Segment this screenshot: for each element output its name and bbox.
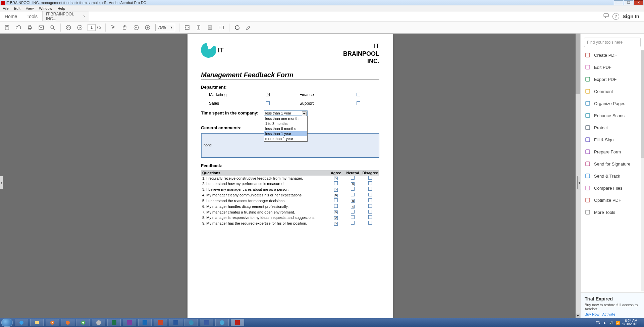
taskbar-excel[interactable]	[107, 319, 121, 326]
tool-item[interactable]: Comment	[581, 85, 644, 97]
scroll-down-icon[interactable]: ▼	[576, 314, 580, 318]
tool-item[interactable]: Export PDF	[581, 73, 644, 85]
taskbar-media[interactable]	[46, 319, 59, 326]
tools-pane-scrollbar[interactable]	[641, 50, 644, 291]
tool-item[interactable]: Create PDF	[581, 49, 644, 61]
zoom-in-icon[interactable]	[144, 24, 151, 31]
tool-item[interactable]: Protect	[581, 122, 644, 134]
maximize-button[interactable]: ❐	[624, 0, 633, 5]
checkbox[interactable]	[368, 221, 372, 225]
time-option[interactable]: less than one month	[264, 116, 307, 121]
checkbox[interactable]	[368, 210, 372, 214]
checkbox[interactable]: ✕	[351, 182, 355, 186]
hand-tool-icon[interactable]	[121, 24, 128, 31]
menu-file[interactable]: File	[0, 6, 11, 10]
taskbar-firefox[interactable]	[61, 319, 74, 326]
tool-item[interactable]: Fill & Sign	[581, 134, 644, 146]
tool-item[interactable]: Compare Files	[581, 182, 644, 194]
checkbox[interactable]	[368, 204, 372, 208]
zoom-level[interactable]: 75% ▼	[155, 24, 175, 31]
time-option[interactable]: 1 to 3 months	[264, 121, 307, 126]
checkbox[interactable]	[368, 176, 372, 180]
tool-item[interactable]: Enhance Scans	[581, 109, 644, 122]
checkbox[interactable]	[351, 176, 355, 180]
taskbar-chrome[interactable]	[76, 319, 90, 326]
document-tab[interactable]: IT BRAINPOOL INC... ×	[42, 11, 89, 21]
checkbox[interactable]	[334, 181, 338, 185]
checkbox[interactable]: ✕	[351, 205, 355, 208]
dept-finance-checkbox[interactable]	[357, 93, 360, 96]
tool-item[interactable]: Prepare Form	[581, 146, 644, 158]
activate-link[interactable]: Activate	[602, 312, 615, 316]
cloud-icon[interactable]	[15, 24, 22, 31]
document-viewport[interactable]: ▶ IT IT BRAINPOOL INC. Management Feedba…	[0, 34, 580, 318]
menu-edit[interactable]: Edit	[11, 6, 23, 10]
time-option[interactable]: less than 6 months	[264, 126, 307, 131]
checkbox[interactable]	[368, 215, 372, 219]
help-icon[interactable]: ?	[612, 13, 619, 20]
checkbox[interactable]: ✕	[334, 194, 338, 197]
taskbar-powerpoint[interactable]	[154, 319, 167, 326]
checkbox[interactable]: ✕	[334, 216, 338, 220]
checkbox[interactable]	[368, 187, 372, 191]
checkbox[interactable]: ✕	[334, 211, 338, 214]
taskbar-app2[interactable]	[184, 319, 198, 326]
fit-width-icon[interactable]	[183, 24, 191, 31]
mail-icon[interactable]	[38, 24, 45, 31]
taskbar-word[interactable]	[169, 319, 182, 326]
system-tray[interactable]: EN ▲ 🔊 📶 6:24 AM 9/10/2018	[596, 319, 643, 326]
checkbox[interactable]: ✕	[334, 222, 338, 226]
rotate-icon[interactable]	[206, 24, 214, 31]
checkbox[interactable]	[351, 221, 355, 225]
dept-marketing-checkbox[interactable]: ✕	[266, 93, 270, 96]
tool-item[interactable]: Send & Track	[581, 170, 644, 182]
checkbox[interactable]	[351, 210, 355, 214]
zoom-out-icon[interactable]	[132, 24, 140, 31]
checkbox[interactable]	[351, 215, 355, 219]
time-spent-dropdown[interactable]: less than 1 year	[264, 110, 308, 116]
checkbox[interactable]	[351, 187, 355, 191]
select-tool-icon[interactable]	[110, 24, 117, 31]
time-option[interactable]: more than 1 year	[264, 136, 307, 141]
highlight-icon[interactable]	[245, 24, 252, 31]
tray-chevron-icon[interactable]: ▲	[603, 321, 606, 325]
checkbox[interactable]	[368, 193, 372, 196]
nav-home[interactable]: Home	[0, 11, 22, 21]
tool-item[interactable]: Optimize PDF	[581, 194, 644, 206]
print-icon[interactable]	[26, 24, 34, 31]
left-panel-toggle[interactable]: ▶	[0, 176, 3, 189]
dept-sales-checkbox[interactable]	[266, 101, 270, 105]
tool-item[interactable]: Edit PDF	[581, 61, 644, 73]
taskbar-onenote[interactable]	[123, 319, 136, 326]
search-icon[interactable]	[49, 24, 56, 31]
taskbar-app3[interactable]	[215, 319, 229, 326]
menu-view[interactable]: View	[23, 6, 37, 10]
tray-clock[interactable]: 6:24 AM 9/10/2018	[623, 319, 638, 326]
right-panel-toggle[interactable]: ◀	[577, 176, 580, 189]
taskbar-ie[interactable]	[15, 319, 28, 326]
tray-lang[interactable]: EN	[596, 321, 600, 325]
tools-search-input[interactable]: Find your tools here	[584, 38, 641, 47]
page-number-input[interactable]	[88, 24, 96, 31]
fit-page-icon[interactable]	[195, 24, 202, 31]
checkbox[interactable]	[334, 198, 338, 202]
start-button[interactable]	[1, 319, 13, 327]
save-icon[interactable]	[3, 24, 11, 31]
tool-item[interactable]: Organize Pages	[581, 97, 644, 109]
taskbar-visio[interactable]	[200, 319, 213, 326]
scroll-thumb[interactable]	[576, 34, 580, 94]
tray-network-icon[interactable]: 📶	[616, 321, 620, 325]
show-desktop[interactable]	[640, 319, 643, 326]
checkbox[interactable]	[334, 204, 338, 208]
menu-window[interactable]: Window	[36, 6, 55, 10]
comment-icon[interactable]	[233, 24, 241, 31]
tool-item[interactable]: More Tools	[581, 206, 644, 218]
read-mode-icon[interactable]	[218, 24, 225, 31]
minimize-button[interactable]: —	[614, 0, 623, 5]
close-button[interactable]: ✕	[634, 0, 643, 5]
nav-tools[interactable]: Tools	[22, 11, 42, 21]
buy-now-link[interactable]: Buy Now	[585, 312, 599, 316]
checkbox[interactable]	[351, 193, 355, 196]
checkbox[interactable]: ✕	[351, 199, 355, 203]
checkbox[interactable]	[368, 181, 372, 185]
